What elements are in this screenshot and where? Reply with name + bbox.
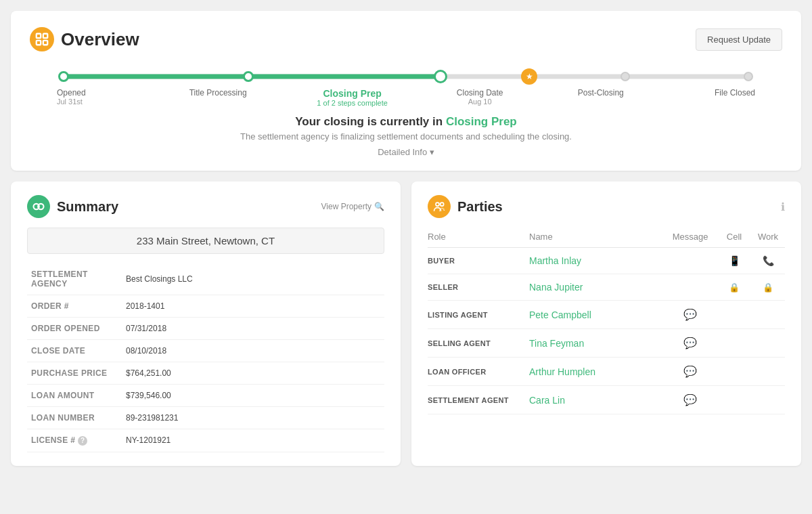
cards-row: Summary View Property 🔍 233 Main Street,… — [11, 181, 801, 466]
parties-rows: BUYERMartha Inlay📱📞SELLERNana Jupiter🔒🔒L… — [428, 248, 785, 414]
step-closing-prep-text: Closing Prep — [285, 88, 419, 99]
summary-row: License #?NY-1201921 — [27, 429, 384, 452]
summary-field-label: Settlement Agency — [27, 263, 122, 295]
progress-track: ★ — [64, 68, 748, 85]
col-cell: Cell — [717, 232, 751, 242]
request-update-button[interactable]: Request Update — [696, 28, 782, 51]
party-message-icon[interactable]: 💬 — [663, 337, 717, 349]
step-label-post-closing: Post-Closing — [540, 88, 661, 107]
parties-card: Parties ℹ Role Name Message Cell Work BU… — [411, 181, 801, 466]
step-opened-text: Opened — [57, 88, 151, 98]
summary-field-label: License #? — [27, 429, 122, 452]
summary-row: Order Opened07/31/2018 — [27, 318, 384, 340]
status-prefix: Your closing is currently in — [295, 115, 446, 128]
party-cell-icon: 📱 — [717, 255, 751, 266]
address-box: 233 Main Street, Newtown, CT — [27, 228, 384, 254]
party-message-icon[interactable]: 💬 — [663, 365, 717, 378]
step-node-title — [243, 71, 254, 82]
step-label-opened: Opened Jul 31st — [57, 88, 151, 107]
step-closing-date-text: Closing Date — [420, 88, 541, 98]
summary-field-label: Close Date — [27, 340, 122, 362]
summary-field-value: 2018-1401 — [122, 295, 384, 318]
party-name[interactable]: Nana Jupiter — [529, 282, 663, 293]
col-work: Work — [751, 232, 785, 242]
parties-icon — [428, 195, 451, 218]
summary-field-value: NY-1201921 — [122, 429, 384, 452]
summary-row: Close Date08/10/2018 — [27, 340, 384, 362]
party-name[interactable]: Martha Inlay — [529, 255, 663, 266]
summary-field-value: Best Closings LLC — [122, 263, 384, 295]
step-file-closed-text: File Closed — [661, 88, 755, 98]
page-wrapper: Overview Request Update ★ — [11, 11, 801, 466]
svg-rect-0 — [37, 34, 41, 38]
col-message: Message — [663, 232, 717, 242]
detailed-info-toggle[interactable]: Detailed Info ▾ — [30, 147, 782, 157]
party-cell-icon: 🔒 — [717, 282, 751, 293]
party-name[interactable]: Arthur Humplen — [529, 366, 663, 377]
step-label-title: Title Processing — [151, 88, 285, 107]
summary-icon-svg — [32, 200, 45, 213]
view-property-label: View Property — [321, 202, 371, 211]
summary-title: Summary — [57, 199, 118, 215]
svg-rect-2 — [37, 41, 41, 45]
summary-field-value: $739,546.00 — [122, 385, 384, 407]
overview-icon — [30, 27, 54, 51]
parties-column-headers: Role Name Message Cell Work — [428, 228, 785, 248]
status-sub: The settlement agency is finalizing sett… — [30, 131, 782, 142]
party-work-icon: 🔒 — [751, 282, 785, 293]
summary-title-group: Summary — [27, 195, 118, 218]
parties-icon-svg — [432, 200, 446, 213]
summary-field-value: 08/10/2018 — [122, 340, 384, 362]
party-role: BUYER — [428, 257, 529, 265]
party-message-icon[interactable]: 💬 — [663, 393, 717, 406]
summary-icon — [27, 195, 50, 218]
summary-field-label: Order Opened — [27, 318, 122, 340]
summary-field-label: Order # — [27, 295, 122, 318]
party-role: LISTING AGENT — [428, 311, 529, 319]
summary-field-value: 07/31/2018 — [122, 318, 384, 340]
party-name[interactable]: Cara Lin — [529, 395, 663, 406]
party-role: LOAN OFFICER — [428, 368, 529, 376]
summary-field-label: Loan Amount — [27, 385, 122, 407]
summary-field-value: 89-231981231 — [122, 407, 384, 429]
svg-point-6 — [436, 202, 439, 206]
party-row: SETTLEMENT AGENTCara Lin💬 — [428, 386, 785, 414]
license-help-icon[interactable]: ? — [78, 436, 87, 446]
parties-info-icon[interactable]: ℹ — [781, 200, 785, 213]
party-row: SELLERNana Jupiter🔒🔒 — [428, 274, 785, 301]
party-name[interactable]: Pete Campbell — [529, 309, 663, 320]
detailed-info-label: Detailed Info — [378, 147, 427, 157]
view-property-link[interactable]: View Property 🔍 — [321, 202, 384, 211]
steps-labels-row: Opened Jul 31st Title Processing Closing… — [37, 85, 775, 107]
party-name[interactable]: Tina Feyman — [529, 338, 663, 349]
overview-card: Overview Request Update ★ — [11, 11, 801, 171]
summary-field-value: $764,251.00 — [122, 362, 384, 385]
svg-point-7 — [441, 202, 444, 206]
step-opened-date: Jul 31st — [57, 98, 151, 106]
step-label-closing-prep: Closing Prep 1 of 2 steps complete — [285, 88, 419, 107]
summary-field-label: Loan Number — [27, 407, 122, 429]
parties-title-group: Parties — [428, 195, 503, 218]
party-role: SELLING AGENT — [428, 339, 529, 347]
col-name: Name — [529, 232, 663, 242]
overview-title-group: Overview — [30, 27, 139, 51]
party-role: SETTLEMENT AGENT — [428, 396, 529, 404]
svg-rect-3 — [43, 41, 47, 45]
step-node-file-closed — [744, 72, 753, 81]
overview-title: Overview — [61, 29, 139, 50]
step-node-opened — [58, 71, 69, 82]
parties-card-header: Parties ℹ — [428, 195, 785, 218]
party-role: SELLER — [428, 283, 529, 291]
party-message-icon[interactable]: 💬 — [663, 308, 717, 321]
party-row: LOAN OFFICERArthur Humplen💬 — [428, 358, 785, 386]
party-row: LISTING AGENTPete Campbell💬 — [428, 301, 785, 329]
step-closing-date-date: Aug 10 — [420, 98, 541, 106]
step-node-post-closing — [621, 72, 630, 81]
step-node-closing-prep — [434, 70, 447, 83]
party-work-icon: 📞 — [751, 255, 785, 266]
step-post-closing-text: Post-Closing — [540, 88, 661, 98]
step-node-closing-date: ★ — [521, 68, 537, 85]
overview-icon-svg — [35, 32, 49, 47]
step-label-closing-date: Closing Date Aug 10 — [420, 88, 541, 107]
overview-header: Overview Request Update — [30, 27, 782, 51]
